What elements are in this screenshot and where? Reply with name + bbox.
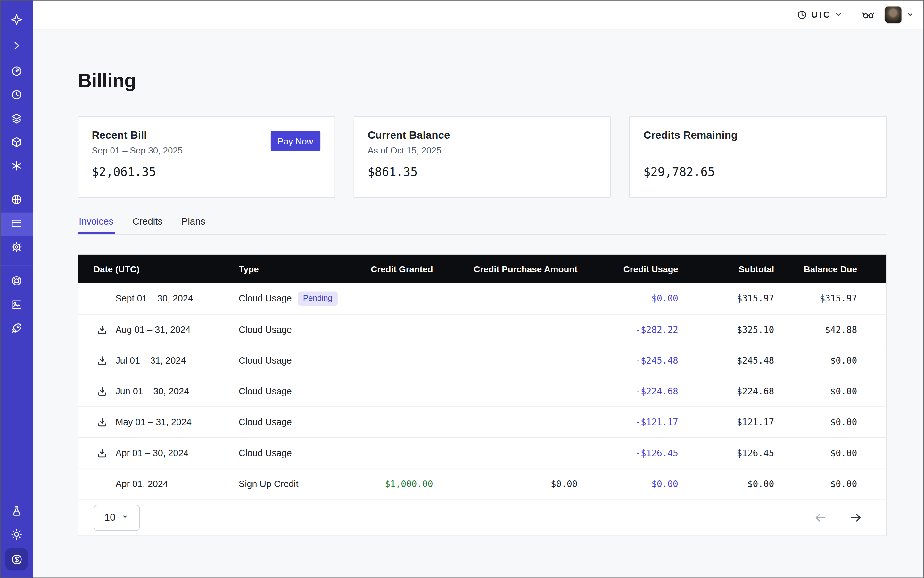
invoice-date: May 01 – 31, 2024 (116, 417, 192, 427)
credit-usage-value: -$224.68 (578, 386, 678, 396)
page-size-select[interactable]: 10 (94, 504, 140, 530)
table-body: Sept 01 – 30, 2024 Cloud Usage Pending $… (78, 283, 886, 499)
credit-purchase-value: $0.00 (433, 478, 577, 489)
sidebar-item-disc[interactable] (0, 60, 33, 84)
tab-credits[interactable]: Credits (132, 216, 164, 234)
pay-now-button[interactable]: Pay Now (270, 131, 320, 151)
subtotal-value: $245.48 (678, 355, 774, 365)
sidebar-item-billing[interactable] (0, 213, 33, 237)
sidebar-item-layers[interactable] (0, 108, 33, 132)
col-date: Date (UTC) (78, 264, 239, 274)
as-of-date: As of Oct 15, 2025 (367, 145, 596, 156)
subtotal-value: $126.45 (678, 448, 774, 458)
chevron-down-icon (834, 10, 843, 19)
asterisk-icon (11, 160, 23, 174)
rocket-icon (11, 322, 23, 336)
col-credit-usage: Credit Usage (578, 264, 678, 274)
invoices-table: Date (UTC) Type Credit Granted Credit Pu… (78, 254, 887, 536)
timezone-label: UTC (811, 10, 830, 19)
sidebar-item-credits[interactable] (0, 547, 33, 571)
clock-icon (796, 9, 807, 20)
col-credit-granted: Credit Granted (357, 264, 433, 274)
col-balance-due: Balance Due (774, 264, 857, 274)
sidebar-item-logo[interactable] (0, 8, 33, 34)
lifebuoy-icon (11, 275, 23, 289)
user-menu[interactable] (884, 6, 914, 23)
billing-tabs: Invoices Credits Plans (78, 216, 887, 235)
balance-due-value: $0.00 (774, 417, 857, 427)
main-content: Billing Recent Bill Sep 01 – Sep 30, 202… (33, 29, 924, 578)
page-size-value: 10 (104, 511, 115, 523)
balance-due-value: $0.00 (774, 478, 857, 489)
table-footer: 10 (78, 499, 886, 536)
download-invoice-button[interactable] (96, 447, 108, 458)
download-invoice-button[interactable] (96, 324, 108, 335)
type-cell: Cloud Usage (239, 386, 357, 396)
sidebar-item-theme[interactable] (0, 524, 33, 547)
sidebar-item-labs[interactable] (0, 500, 33, 524)
status-badge: Pending (298, 292, 338, 305)
card-subtitle (643, 145, 872, 156)
col-type: Type (239, 264, 357, 274)
timezone-selector[interactable]: UTC (796, 9, 843, 20)
type-cell: Cloud Usage (239, 355, 357, 365)
balance-due-value: $0.00 (774, 355, 857, 365)
table-row: Apr 01 – 30, 2024 Cloud Usage -$126.45 $… (78, 437, 886, 468)
card-title: Current Balance (367, 129, 596, 141)
col-credit-purchase-amount: Credit Purchase Amount (433, 264, 577, 274)
sidebar-item-console[interactable] (0, 294, 33, 318)
sidebar-item-settings[interactable] (0, 237, 33, 260)
subtotal-value: $0.00 (678, 478, 774, 489)
app-window: UTC Billing Recent Bill Sep 01 – S (0, 0, 924, 578)
credit-usage-value: -$126.45 (578, 448, 678, 458)
invoice-type: Cloud Usage (239, 324, 292, 335)
sidebar-expand-button[interactable] (0, 34, 33, 60)
sidebar-divider (0, 183, 33, 184)
chevron-down-icon (121, 511, 129, 523)
tab-plans[interactable]: Plans (180, 216, 206, 234)
table-header: Date (UTC) Type Credit Granted Credit Pu… (78, 255, 886, 283)
sidebar-item-history[interactable] (0, 84, 33, 108)
download-invoice-button[interactable] (96, 355, 108, 366)
sidebar-item-globe[interactable] (0, 189, 33, 213)
subtotal-value: $315.97 (678, 293, 774, 304)
credits-remaining-amount: $29,782.65 (643, 165, 872, 179)
sidebar-item-asterisk[interactable] (0, 155, 33, 179)
credit-usage-value: $0.00 (578, 293, 678, 304)
invoice-date: Apr 01, 2024 (116, 478, 168, 488)
table-row: Aug 01 – 31, 2024 Cloud Usage -$282.22 $… (78, 314, 886, 345)
subtotal-value: $224.68 (678, 386, 774, 396)
pagination-arrows (814, 511, 862, 524)
balance-due-value: $0.00 (774, 448, 857, 458)
date-cell: Jun 01 – 30, 2024 (78, 386, 239, 396)
sidebar-item-support[interactable] (0, 270, 33, 294)
table-row: May 01 – 31, 2024 Cloud Usage -$121.17 $… (78, 406, 886, 437)
type-cell: Cloud Usage (239, 324, 357, 335)
top-bar: UTC (33, 0, 924, 29)
dollar-coin-icon (5, 548, 28, 570)
invoice-type: Sign Up Credit (239, 478, 298, 489)
invoice-date: Apr 01 – 30, 2024 (116, 448, 189, 458)
type-cell: Sign Up Credit (239, 478, 357, 489)
date-cell: May 01 – 31, 2024 (78, 417, 239, 427)
sidebar-item-launch[interactable] (0, 318, 33, 341)
date-cell: Apr 01 – 30, 2024 (78, 448, 239, 458)
invoice-type: Cloud Usage (239, 417, 292, 427)
subtotal-value: $121.17 (678, 417, 774, 427)
history-icon (11, 89, 23, 103)
prev-page-button[interactable] (814, 511, 827, 524)
table-row: Sept 01 – 30, 2024 Cloud Usage Pending $… (78, 283, 886, 314)
date-cell: Jul 01 – 31, 2024 (78, 355, 239, 365)
invoice-type: Cloud Usage (239, 448, 292, 458)
next-page-button[interactable] (849, 511, 862, 524)
invoice-date: Jun 01 – 30, 2024 (116, 386, 189, 396)
tab-invoices[interactable]: Invoices (78, 216, 115, 234)
table-row: Jun 01 – 30, 2024 Cloud Usage -$224.68 $… (78, 375, 886, 406)
sidebar-item-cube[interactable] (0, 132, 33, 155)
download-invoice-button[interactable] (96, 386, 108, 397)
eyewear-toggle-button[interactable] (862, 8, 875, 21)
sun-icon (11, 528, 23, 542)
credit-usage-value: $0.00 (578, 478, 678, 489)
balance-due-value: $42.88 (774, 324, 857, 335)
download-invoice-button[interactable] (96, 417, 108, 428)
